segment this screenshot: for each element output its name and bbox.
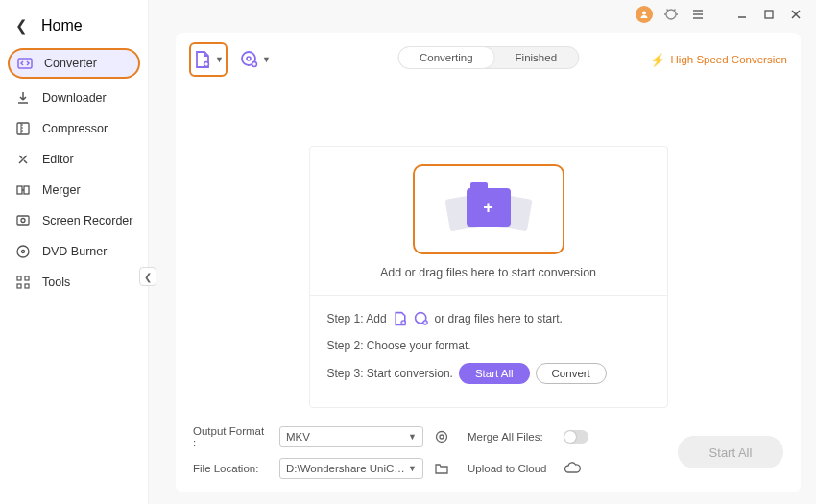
high-speed-label: High Speed Conversion: [671, 54, 787, 65]
sidebar-item-converter[interactable]: Converter: [8, 48, 140, 79]
sidebar-nav: Converter Downloader Compressor Editor M…: [0, 48, 148, 298]
merge-label: Merge All Files:: [468, 431, 554, 443]
sidebar-item-label: Merger: [42, 183, 81, 197]
downloader-icon: [15, 90, 31, 106]
svg-rect-14: [765, 11, 773, 18]
step-1: Step 1: Add or drag files here to start.: [327, 309, 650, 328]
svg-rect-9: [25, 276, 29, 280]
upload-label: Upload to Cloud: [468, 463, 554, 474]
add-dvd-icon: [240, 50, 259, 69]
sidebar-item-label: Tools: [42, 276, 70, 289]
merger-icon: [15, 182, 31, 198]
file-location-label: File Location:: [193, 463, 270, 474]
output-format-label: Output Format :: [193, 425, 270, 448]
svg-rect-10: [17, 284, 21, 288]
output-format-select[interactable]: MKV ▼: [279, 426, 423, 447]
open-folder-icon[interactable]: [433, 460, 450, 477]
add-file-button[interactable]: ▼: [189, 42, 228, 77]
step1-prefix: Step 1: Add: [327, 312, 387, 325]
sidebar-item-label: Downloader: [42, 91, 107, 105]
menu-icon[interactable]: [689, 6, 707, 23]
sidebar: ❮ Home Converter Downloader Compressor E…: [0, 0, 149, 504]
sidebar-item-dvd-burner[interactable]: DVD Burner: [0, 236, 148, 267]
sidebar-item-tools[interactable]: Tools: [0, 267, 148, 298]
svg-rect-8: [17, 276, 21, 280]
add-dvd-button[interactable]: ▼: [241, 45, 270, 74]
merge-toggle[interactable]: [564, 430, 588, 444]
svg-rect-2: [17, 186, 22, 194]
main: ▼ ▼ Converting Finished ⚡ High Speed Con…: [149, 0, 816, 504]
content-card: ▼ ▼ Converting Finished ⚡ High Speed Con…: [176, 33, 801, 492]
support-icon[interactable]: [662, 6, 680, 23]
add-file-mini-icon: [393, 311, 408, 326]
topbar: ▼ ▼ Converting Finished ⚡ High Speed Con…: [189, 38, 787, 81]
chevron-down-icon: ▼: [215, 55, 224, 64]
sidebar-item-editor[interactable]: Editor: [0, 144, 148, 175]
cloud-icon[interactable]: [564, 460, 581, 477]
svg-rect-4: [17, 216, 29, 225]
svg-point-23: [440, 435, 444, 439]
step-2: Step 2: Choose your format.: [327, 336, 650, 355]
step3-text: Step 3: Start conversion.: [327, 367, 453, 380]
sidebar-item-label: Screen Recorder: [42, 214, 133, 228]
svg-point-12: [642, 12, 646, 15]
tab-finished[interactable]: Finished: [494, 47, 578, 68]
svg-point-17: [247, 57, 251, 60]
footer: Output Format : MKV ▼ Merge All Files: S…: [189, 416, 787, 492]
add-file-icon: [193, 50, 212, 69]
chevron-down-icon: ▼: [408, 464, 417, 473]
sidebar-item-label: Compressor: [42, 122, 108, 135]
chevron-down-icon: ▼: [262, 55, 271, 64]
step1-suffix: or drag files here to start.: [435, 312, 563, 325]
tools-icon: [15, 275, 31, 290]
dropzone-text: Add or drag files here to start conversi…: [380, 266, 596, 279]
dropzone-add-area[interactable]: +: [413, 164, 564, 254]
svg-point-6: [17, 246, 29, 257]
sidebar-item-compressor[interactable]: Compressor: [0, 113, 148, 144]
sidebar-item-merger[interactable]: Merger: [0, 175, 148, 205]
dvd-burner-icon: [15, 244, 31, 259]
convert-mini-button[interactable]: Convert: [536, 363, 607, 384]
converter-icon: [17, 56, 33, 71]
file-location-value: D:\Wondershare UniConverter 1: [286, 463, 408, 474]
minimize-icon[interactable]: [733, 6, 751, 23]
titlebar: [149, 0, 816, 25]
sidebar-item-label: DVD Burner: [42, 245, 107, 258]
back-icon[interactable]: ❮: [15, 17, 28, 35]
compressor-icon: [15, 121, 31, 136]
svg-point-5: [21, 219, 25, 223]
dropzone: + Add or drag files here to start conver…: [309, 146, 668, 408]
dropzone-top: + Add or drag files here to start conver…: [310, 147, 667, 295]
sidebar-item-label: Editor: [42, 153, 74, 166]
svg-point-13: [666, 10, 676, 19]
editor-icon: [15, 152, 31, 167]
maximize-icon[interactable]: [760, 6, 778, 23]
format-settings-icon[interactable]: [433, 428, 450, 445]
screen-recorder-icon: [15, 213, 31, 228]
sidebar-item-downloader[interactable]: Downloader: [0, 83, 148, 113]
file-location-select[interactable]: D:\Wondershare UniConverter 1 ▼: [279, 458, 423, 479]
folder-stack-icon: +: [445, 182, 532, 236]
home-label[interactable]: Home: [41, 17, 83, 35]
output-format-value: MKV: [286, 431, 310, 443]
avatar-icon[interactable]: [636, 6, 653, 23]
svg-rect-11: [25, 284, 29, 288]
start-all-button[interactable]: Start All: [678, 436, 783, 468]
add-dvd-mini-icon: [414, 311, 429, 326]
close-icon[interactable]: [787, 6, 804, 23]
steps: Step 1: Add or drag files here to start.…: [310, 295, 667, 407]
home-row: ❮ Home: [0, 8, 148, 48]
tab-segment: Converting Finished: [397, 46, 579, 69]
start-all-mini-button[interactable]: Start All: [459, 363, 530, 384]
svg-point-22: [437, 432, 447, 443]
sidebar-item-label: Converter: [44, 57, 97, 70]
tab-converting[interactable]: Converting: [398, 47, 494, 68]
svg-rect-3: [24, 186, 29, 194]
collapse-sidebar-handle[interactable]: ❮: [139, 267, 156, 286]
step-3: Step 3: Start conversion. Start All Conv…: [327, 363, 650, 384]
high-speed-toggle[interactable]: ⚡ High Speed Conversion: [650, 53, 787, 67]
svg-point-7: [22, 251, 25, 253]
sidebar-item-screen-recorder[interactable]: Screen Recorder: [0, 205, 148, 236]
chevron-down-icon: ▼: [408, 432, 417, 442]
bolt-icon: ⚡: [650, 53, 665, 67]
